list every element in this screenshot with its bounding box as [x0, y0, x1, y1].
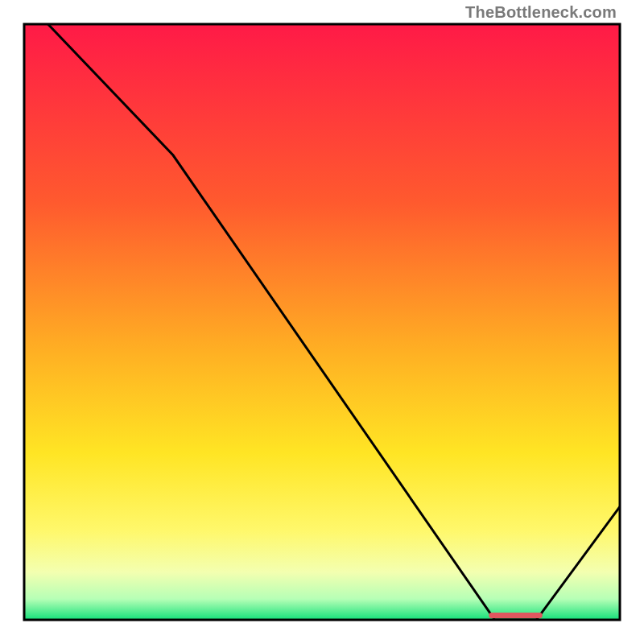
- bottleneck-chart: [0, 0, 644, 644]
- gradient-background: [24, 24, 620, 620]
- optimal-range-marker: [489, 613, 543, 618]
- chart-container: TheBottleneck.com: [0, 0, 644, 644]
